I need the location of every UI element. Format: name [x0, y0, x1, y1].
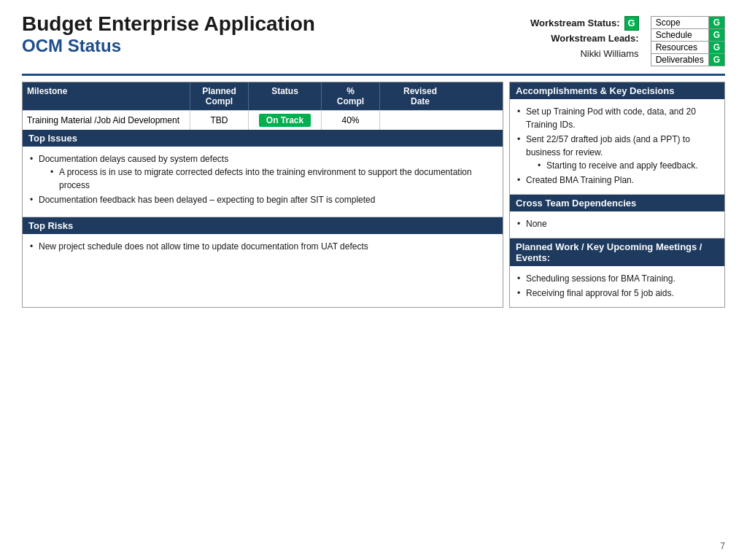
planned-work-content: Scheduling sessions for BMA Training. Re… — [510, 266, 724, 307]
planned-work-list: Scheduling sessions for BMA Training. Re… — [517, 272, 717, 300]
planned-work-section: Planned Work / Key Upcoming Meetings / E… — [510, 238, 724, 307]
accomplishments-list: Set up Training Pod with code, data, and… — [517, 105, 717, 187]
top-risks-list: New project schedule does not allow time… — [30, 240, 495, 253]
table-row: Training Material /Job Aid Development T… — [23, 110, 503, 130]
status-block: Workstream Status: G Workstream Leads: N… — [530, 16, 725, 66]
sub-title: OCM Status — [22, 36, 315, 57]
workstream-status-badge: G — [624, 16, 639, 31]
top-issues-content: Documentation delays caused by system de… — [23, 147, 503, 214]
issues-section: Top Issues Documentation delays caused b… — [23, 130, 503, 217]
list-item: New project schedule does not allow time… — [30, 240, 495, 253]
th-milestone: Milestone — [23, 82, 190, 110]
td-planned-compl: TBD — [190, 111, 249, 130]
list-item: Set up Training Pod with code, data, and… — [517, 105, 717, 131]
list-item: Receiving final approval for 5 job aids. — [517, 287, 717, 300]
legend-table: Scope G Schedule G Resources G Deliverab… — [651, 16, 725, 66]
content-area: Milestone PlannedCompl Status %Compl Rev… — [22, 82, 725, 308]
legend-row-schedule: Schedule G — [651, 29, 724, 42]
on-track-badge: On Track — [259, 114, 311, 127]
legend-deliverables-value: G — [708, 54, 724, 66]
planned-work-header: Planned Work / Key Upcoming Meetings / E… — [510, 238, 724, 266]
workstream-name: Nikki Williams — [580, 48, 638, 59]
header: Budget Enterprise Application OCM Status… — [22, 13, 725, 66]
title-block: Budget Enterprise Application OCM Status — [22, 13, 315, 57]
legend-schedule-value: G — [708, 29, 724, 42]
main-title: Budget Enterprise Application — [22, 13, 315, 36]
accomplishments-header: Accomplishments & Key Decisions — [510, 82, 724, 99]
th-revised-date: RevisedDate — [380, 82, 460, 110]
legend-row-scope: Scope G — [651, 17, 724, 29]
legend-resources-value: G — [708, 42, 724, 54]
legend-deliverables-label: Deliverables — [651, 54, 708, 66]
workstream-leads-label: Workstream Leads: — [551, 31, 638, 47]
top-issues-header: Top Issues — [23, 130, 503, 147]
header-divider — [22, 74, 725, 76]
top-risks-content: New project schedule does not allow time… — [23, 234, 503, 260]
ws-lead-row: Workstream Leads: — [530, 31, 639, 47]
th-status: Status — [249, 82, 322, 110]
workstream-status-label: Workstream Status: — [530, 16, 620, 31]
page: Budget Enterprise Application OCM Status… — [0, 0, 747, 560]
top-issues-list: Documentation delays caused by system de… — [30, 152, 495, 206]
list-item: Documentation feedback has been delayed … — [30, 193, 495, 206]
td-status: On Track — [249, 111, 322, 130]
top-risks-header: Top Risks — [23, 217, 503, 234]
list-item: Documentation delays caused by system de… — [30, 152, 495, 192]
risks-section: Top Risks New project schedule does not … — [23, 217, 503, 276]
left-panel: Milestone PlannedCompl Status %Compl Rev… — [22, 82, 503, 308]
table-header: Milestone PlannedCompl Status %Compl Rev… — [23, 82, 503, 110]
cross-team-content: None — [510, 211, 724, 238]
sub-list: Starting to receive and apply feedback. — [526, 159, 717, 172]
accomplishments-content: Set up Training Pod with code, data, and… — [510, 99, 724, 194]
list-item: A process is in use to migrate corrected… — [50, 166, 495, 192]
legend-row-deliverables: Deliverables G — [651, 54, 724, 66]
legend-row-resources: Resources G — [651, 42, 724, 54]
sub-list: A process is in use to migrate corrected… — [39, 166, 495, 192]
cross-team-list: None — [517, 217, 717, 230]
list-item: Created BMA Training Plan. — [517, 174, 717, 187]
td-milestone: Training Material /Job Aid Development — [23, 111, 190, 130]
td-pct-compl: 40% — [322, 111, 380, 130]
list-item: Sent 22/57 drafted job aids (and a PPT) … — [517, 133, 717, 172]
legend-schedule-label: Schedule — [651, 29, 708, 42]
accomplishments-section: Accomplishments & Key Decisions Set up T… — [510, 82, 724, 195]
workstream-info: Workstream Status: G Workstream Leads: N… — [530, 16, 639, 61]
list-item: Scheduling sessions for BMA Training. — [517, 272, 717, 285]
page-number: 7 — [720, 541, 725, 551]
ws-name-row: Nikki Williams — [530, 47, 639, 62]
legend-scope-label: Scope — [651, 17, 708, 29]
ws-status-row: Workstream Status: G — [530, 16, 639, 31]
list-item: Starting to receive and apply feedback. — [538, 159, 717, 172]
cross-team-section: Cross Team Dependencies None — [510, 195, 724, 238]
legend-resources-label: Resources — [651, 42, 708, 54]
legend-scope-value: G — [708, 17, 724, 29]
th-pct-compl: %Compl — [322, 82, 380, 110]
list-item: None — [517, 217, 717, 230]
th-planned-compl: PlannedCompl — [190, 82, 249, 110]
td-revised-date — [380, 111, 460, 130]
cross-team-header: Cross Team Dependencies — [510, 195, 724, 211]
right-panel: Accomplishments & Key Decisions Set up T… — [509, 82, 725, 308]
